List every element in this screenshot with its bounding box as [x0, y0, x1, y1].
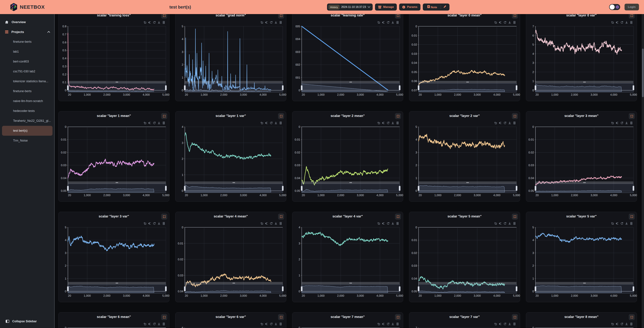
zoom-back-icon[interactable] [499, 323, 501, 325]
data-view-icon[interactable] [514, 323, 515, 325]
zoom-back-icon[interactable] [616, 22, 618, 23]
data-view-icon[interactable] [397, 222, 398, 225]
select-zoom-icon[interactable] [260, 222, 263, 225]
sidebar-project-item[interactable]: csc791-030 lab2 [2, 66, 52, 76]
select-zoom-icon[interactable] [378, 323, 380, 325]
select-zoom-icon[interactable] [378, 122, 380, 124]
restore-icon[interactable] [153, 122, 155, 124]
datazoom-handle-left[interactable] [535, 186, 536, 191]
sidebar-project-item[interactable]: bert-conll03 [2, 57, 52, 66]
select-zoom-icon[interactable] [611, 21, 614, 23]
expand-chart-button[interactable] [161, 314, 167, 320]
datazoom-handle-right[interactable] [165, 186, 167, 191]
download-icon[interactable] [392, 323, 394, 325]
note-button[interactable]: Note [424, 3, 440, 10]
chart-plot[interactable]: 6201,0002,0003,0004,0005,000 [176, 321, 286, 328]
restore-icon[interactable] [270, 21, 272, 23]
sidebar-project-item[interactable]: Terahertz_No22_Gl261_gl... [2, 116, 52, 126]
download-icon[interactable] [626, 323, 628, 325]
download-icon[interactable] [275, 222, 277, 225]
download-icon[interactable] [275, 21, 277, 23]
datazoom-handle-right[interactable] [632, 286, 634, 291]
expand-chart-button[interactable] [629, 113, 635, 119]
expand-chart-button[interactable] [161, 214, 167, 220]
login-button[interactable]: Login [624, 4, 639, 10]
datazoom-handle-right[interactable] [399, 85, 400, 90]
expand-chart-button[interactable] [629, 14, 635, 18]
datazoom-handle-left[interactable] [67, 186, 69, 191]
sidebar-project-item[interactable]: tokenizer statistics llama... [2, 76, 52, 86]
data-view-icon[interactable] [280, 122, 282, 124]
datazoom-handle-right[interactable] [399, 186, 400, 191]
chart-plot[interactable]: 00.010.020.030.040.05201,0002,0003,0004,… [58, 120, 170, 202]
restore-icon[interactable] [153, 222, 155, 225]
chart-plot[interactable]: 00.010.020.030.040.050.060.07201,0002,00… [409, 19, 520, 101]
restore-icon[interactable] [270, 122, 272, 124]
expand-chart-button[interactable] [278, 113, 284, 119]
restore-icon[interactable] [387, 21, 389, 23]
download-icon[interactable] [509, 222, 511, 225]
zoom-back-icon[interactable] [148, 122, 150, 124]
restore-icon[interactable] [270, 323, 272, 325]
expand-chart-button[interactable] [512, 14, 518, 18]
datazoom-handle-right[interactable] [165, 286, 167, 291]
data-view-icon[interactable] [397, 21, 398, 24]
chart-plot[interactable]: 543210201,0002,0003,0004,0005,000 [526, 221, 637, 302]
chart-plot[interactable]: 00.010.020.030.040.05201,0002,0003,0004,… [409, 221, 520, 302]
sidebar-project-item[interactable]: finetune-berts [2, 37, 52, 47]
restore-icon[interactable] [621, 323, 623, 325]
data-view-icon[interactable] [280, 21, 282, 24]
select-zoom-icon[interactable] [494, 222, 496, 225]
zoom-back-icon[interactable] [148, 323, 150, 325]
zoom-back-icon[interactable] [265, 223, 268, 224]
datazoom-handle-right[interactable] [516, 186, 518, 191]
sidebar-project-item[interactable]: lab1 [2, 47, 52, 57]
download-icon[interactable] [392, 122, 394, 124]
chart-plot[interactable]: 00.010.020.030.04201,0002,0003,0004,0005… [176, 221, 286, 302]
chart-plot[interactable]: 0050040030020010201,0002,0003,0004,0005,… [292, 19, 403, 101]
datazoom-handle-left[interactable] [301, 286, 302, 291]
datazoom-handle-left[interactable] [535, 85, 536, 90]
download-icon[interactable] [275, 122, 277, 124]
datazoom-handle-right[interactable] [282, 286, 284, 291]
datazoom-handle-right[interactable] [399, 286, 400, 291]
expand-chart-button[interactable] [395, 14, 401, 18]
download-icon[interactable] [509, 323, 511, 325]
select-zoom-icon[interactable] [494, 323, 496, 325]
datazoom-handle-left[interactable] [418, 186, 420, 191]
restore-icon[interactable] [504, 122, 506, 124]
zoom-back-icon[interactable] [382, 323, 384, 325]
select-zoom-icon[interactable] [144, 21, 146, 23]
sidebar-project-item[interactable]: hedecoder-tests [2, 106, 52, 116]
download-icon[interactable] [626, 21, 628, 23]
chart-plot[interactable]: 76543210201,0002,0003,0004,0005,000 [526, 19, 637, 101]
datazoom-handle-right[interactable] [282, 186, 284, 191]
manage-button[interactable]: Manage [375, 3, 397, 10]
restore-icon[interactable] [621, 122, 623, 124]
datazoom-handle-left[interactable] [535, 286, 536, 291]
data-view-icon[interactable] [163, 21, 164, 24]
theme-toggle[interactable] [609, 4, 620, 10]
download-icon[interactable] [158, 323, 160, 325]
restore-icon[interactable] [153, 323, 155, 325]
select-zoom-icon[interactable] [494, 122, 496, 124]
datazoom-handle-right[interactable] [516, 85, 518, 90]
zoom-back-icon[interactable] [148, 223, 150, 224]
restore-icon[interactable] [504, 222, 506, 225]
select-zoom-icon[interactable] [494, 21, 496, 23]
chart-plot[interactable]: 43210201,0002,0003,0004,0005,000 [176, 120, 286, 202]
chart-plot[interactable]: 543210201,0002,0003,0004,0005,000 [176, 19, 286, 101]
data-view-icon[interactable] [397, 323, 398, 325]
zoom-back-icon[interactable] [382, 22, 384, 23]
zoom-back-icon[interactable] [148, 22, 150, 23]
datazoom-handle-left[interactable] [67, 85, 69, 90]
params-button[interactable]: Params [399, 3, 420, 10]
download-icon[interactable] [158, 222, 160, 225]
data-view-icon[interactable] [280, 222, 282, 225]
chart-plot[interactable]: 543210201,0002,0003,0004,0005,000 [58, 221, 170, 302]
download-icon[interactable] [392, 21, 394, 23]
download-icon[interactable] [392, 222, 394, 225]
chart-plot[interactable]: 43210201,0002,0003,0004,0005,000 [292, 221, 403, 302]
datazoom-handle-left[interactable] [184, 186, 186, 191]
sidebar-item-overview[interactable]: Overview [0, 17, 54, 27]
